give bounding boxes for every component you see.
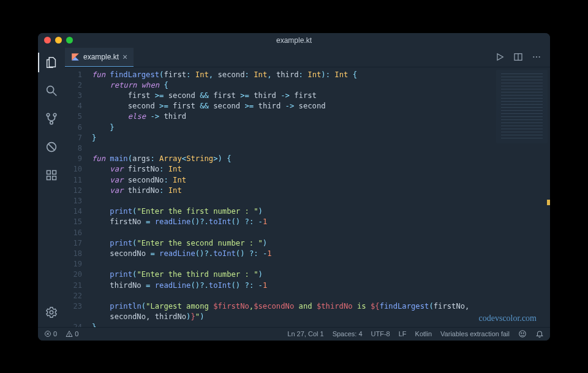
search-icon[interactable]	[44, 83, 59, 98]
status-errors[interactable]: 0	[44, 330, 57, 337]
svg-point-2	[47, 113, 50, 116]
status-encoding[interactable]: UTF-8	[371, 330, 390, 337]
window-controls	[44, 37, 73, 43]
source-control-icon[interactable]	[44, 111, 59, 126]
tab-label: example.kt	[83, 53, 119, 61]
svg-line-6	[48, 144, 54, 149]
svg-rect-8	[53, 170, 56, 174]
scrollbar-marker	[547, 200, 550, 205]
code-area[interactable]: fun findLargest(first: Int, second: Int,…	[87, 67, 550, 327]
svg-point-18	[536, 56, 537, 58]
svg-rect-7	[47, 170, 51, 174]
svg-point-4	[50, 121, 53, 124]
svg-point-17	[533, 56, 534, 58]
extensions-icon[interactable]	[44, 168, 59, 183]
settings-icon[interactable]	[44, 305, 59, 320]
activity-bar	[38, 48, 65, 327]
status-cursor[interactable]: Ln 27, Col 1	[287, 330, 323, 337]
svg-line-1	[53, 92, 57, 96]
svg-rect-9	[47, 176, 51, 179]
svg-point-19	[539, 56, 540, 58]
more-icon[interactable]	[532, 52, 541, 62]
window-title: example.kt	[276, 36, 312, 45]
status-bar: 0 0 Ln 27, Col 1 Spaces: 4 UTF-8 LF Kotl…	[38, 327, 550, 341]
maximize-window-button[interactable]	[66, 37, 73, 43]
minimize-window-button[interactable]	[55, 37, 62, 43]
kotlin-file-icon	[71, 53, 80, 61]
svg-rect-10	[53, 176, 56, 179]
line-gutter: 1234567891011121314151617181920212223 24	[65, 67, 87, 327]
svg-point-25	[519, 331, 526, 337]
svg-point-3	[53, 113, 56, 116]
debug-icon[interactable]	[44, 140, 59, 154]
tab-close-icon[interactable]: ×	[123, 52, 127, 62]
tab-example-kt[interactable]: example.kt ×	[65, 48, 134, 67]
svg-point-0	[47, 86, 54, 92]
editor-window: example.kt	[38, 33, 550, 341]
status-eol[interactable]: LF	[399, 330, 407, 337]
tab-bar: example.kt ×	[65, 48, 550, 67]
status-spaces[interactable]: Spaces: 4	[333, 330, 363, 337]
split-editor-icon[interactable]	[513, 52, 523, 62]
code-editor[interactable]: 1234567891011121314151617181920212223 24…	[65, 67, 550, 327]
svg-marker-14	[497, 54, 503, 61]
status-warnings[interactable]: 0	[66, 330, 78, 337]
close-window-button[interactable]	[44, 37, 51, 43]
svg-point-11	[50, 311, 53, 314]
svg-point-26	[521, 333, 522, 333]
titlebar[interactable]: example.kt	[38, 33, 550, 48]
svg-point-24	[69, 336, 70, 336]
status-lang[interactable]: Kotlin	[415, 330, 432, 337]
editor-actions	[495, 48, 550, 67]
explorer-icon[interactable]	[44, 55, 59, 70]
svg-point-27	[523, 333, 524, 333]
status-message[interactable]: Variables extraction fail	[440, 330, 510, 337]
run-icon[interactable]	[495, 52, 505, 62]
status-bell-icon[interactable]	[535, 330, 544, 338]
status-feedback-icon[interactable]	[518, 330, 527, 338]
